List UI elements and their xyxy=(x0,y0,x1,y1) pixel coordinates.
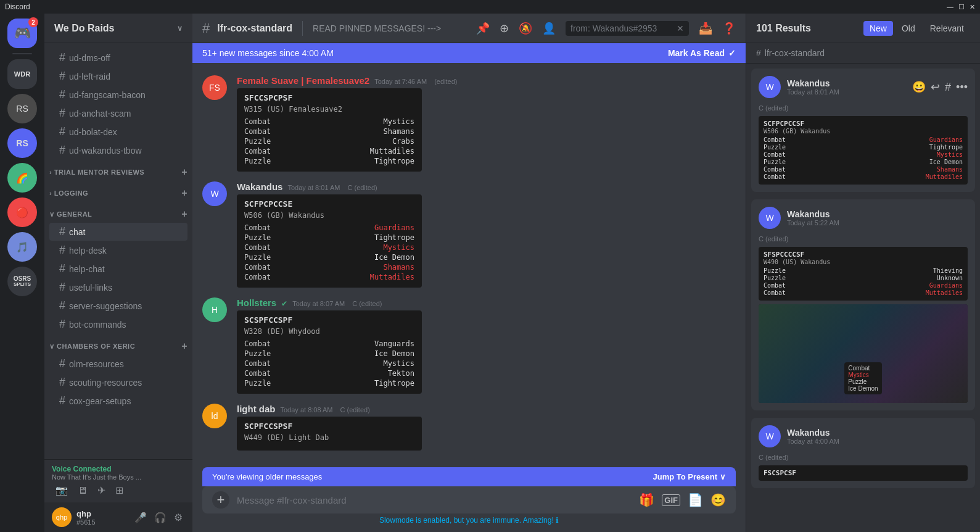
server-icon-8[interactable]: OSRS SPLITS xyxy=(7,267,37,296)
server-icon-3[interactable]: RS xyxy=(7,94,37,123)
attach-button[interactable]: + xyxy=(212,491,229,509)
avatar: ld xyxy=(202,404,227,428)
crosshair-icon[interactable]: ⊕ xyxy=(500,22,509,35)
game-card: SFCCSPCPSF W315 (US) Femalesuave2 Combat… xyxy=(237,88,422,172)
channel-topic: READ PINNED MESSAGES! ---> xyxy=(313,23,441,33)
sidebar-item-ud-bolat-dex[interactable]: # ud-bolat-dex xyxy=(49,123,187,141)
search-result: W Wakandus Today at 8:01 AM 😀 ↩ # ••• C … xyxy=(751,69,975,192)
reply-icon[interactable]: ↩ xyxy=(701,228,710,241)
reply-button[interactable]: ↩ xyxy=(931,80,940,94)
sidebar-item-bot-commands[interactable]: # bot-commands xyxy=(49,315,187,333)
deafen-button[interactable]: 🎧 xyxy=(152,510,169,525)
result-author-info: Wakandus Today at 5:22 AM xyxy=(787,209,839,227)
message-input[interactable] xyxy=(237,495,632,505)
close-search-icon[interactable]: ✕ xyxy=(677,23,684,33)
members-icon[interactable]: 👤 xyxy=(542,22,556,35)
sidebar-item-help-desk[interactable]: # help-desk xyxy=(49,241,187,259)
channel-label: lfr-cox-standard xyxy=(765,48,825,58)
mark-as-read-button[interactable]: Mark As Read ✓ xyxy=(668,48,736,58)
bookmark-icon[interactable]: # xyxy=(714,228,720,241)
server-icon-4[interactable]: RS xyxy=(7,128,37,158)
close-button[interactable]: ✕ xyxy=(970,3,975,11)
server-icon-5[interactable]: 🌈 xyxy=(7,163,37,193)
sidebar-item-ud-wakandus-tbow[interactable]: # ud-wakandus-tbow xyxy=(49,141,187,159)
more-button[interactable]: ••• xyxy=(956,80,968,94)
header-divider xyxy=(302,21,303,36)
more-icon[interactable]: ••• xyxy=(724,228,736,241)
sidebar-item-chat[interactable]: # chat xyxy=(49,223,187,241)
user-controls: 🎤 🎧 ⚙ xyxy=(132,510,185,525)
filter-old-button[interactable]: Old xyxy=(896,21,921,36)
message-timestamp: Today at 8:08 AM xyxy=(281,406,333,414)
message-author: Hollsters xyxy=(237,297,276,308)
sidebar-item-cox-gear-setups[interactable]: # cox-gear-setups xyxy=(49,392,187,410)
titlebar: Discord — ☐ ✕ xyxy=(0,0,980,14)
category-logging[interactable]: › LOGGING + xyxy=(44,185,192,201)
sidebar-item-scouting-resources[interactable]: # scouting-resources xyxy=(49,373,187,391)
server-icon-6[interactable]: 🔴 xyxy=(7,197,37,227)
hash-icon: # xyxy=(59,144,65,157)
sidebar-item-help-chat[interactable]: # help-chat xyxy=(49,260,187,278)
react-button[interactable]: 😀 xyxy=(912,80,926,94)
add-channel-icon[interactable]: + xyxy=(181,167,187,178)
sidebar-item-olm-resources[interactable]: # olm-resources xyxy=(49,355,187,373)
server-icon-discord-home[interactable]: 🎮 2 xyxy=(7,19,37,48)
hash-icon: # xyxy=(59,125,65,138)
user-tag: #5615 xyxy=(76,518,127,526)
message-edited: C (edited) xyxy=(347,184,377,191)
filter-new-button[interactable]: New xyxy=(863,21,893,36)
gif-icon[interactable]: GIF xyxy=(662,494,680,506)
jump-to-present-button[interactable]: Jump To Present ∨ xyxy=(653,472,726,481)
older-messages-bar: You're viewing older messages Jump To Pr… xyxy=(202,467,736,486)
hash-icon: # xyxy=(59,225,65,238)
add-channel-icon[interactable]: + xyxy=(181,188,187,199)
stream-button[interactable]: 🖥 xyxy=(74,483,91,497)
activity-button[interactable]: ✈ xyxy=(94,483,109,497)
sticker-icon[interactable]: 📄 xyxy=(688,493,703,507)
user-settings-button[interactable]: ⚙ xyxy=(171,510,185,525)
react-icon[interactable]: 😀 xyxy=(684,228,698,241)
result-avatar: W xyxy=(759,76,781,98)
emoji-icon[interactable]: 😊 xyxy=(710,493,726,507)
message-group: ld light dab Today at 8:08 AM C (edited)… xyxy=(192,401,746,453)
result-avatar: W xyxy=(759,425,781,447)
minimize-button[interactable]: — xyxy=(947,3,953,11)
inbox-icon[interactable]: 📥 xyxy=(699,22,712,35)
grid-button[interactable]: ⊞ xyxy=(112,483,127,497)
result-edited: C (edited) xyxy=(759,235,788,243)
sidebar-item-ud-fangscam-bacon[interactable]: # ud-fangscam-bacon xyxy=(49,86,187,104)
sidebar-item-ud-left-raid[interactable]: # ud-left-raid xyxy=(49,67,187,85)
pin-icon[interactable]: 📌 xyxy=(476,22,490,35)
server-icon-7[interactable]: 🎵 xyxy=(7,232,37,262)
maximize-button[interactable]: ☐ xyxy=(958,3,965,11)
camera-button[interactable]: 📷 xyxy=(52,483,72,497)
add-channel-icon[interactable]: + xyxy=(181,209,187,220)
add-channel-icon[interactable]: + xyxy=(181,341,187,352)
category-trial-mentor-reviews[interactable]: › TRIAL MENTOR REVIEWS + xyxy=(44,164,192,180)
category-general[interactable]: ∨ GENERAL + xyxy=(44,206,192,222)
message-group: W Wakandus Today at 8:01 AM C (edited) S… xyxy=(192,179,746,290)
sidebar-item-ud-anchat-scam[interactable]: # ud-anchat-scam xyxy=(49,104,187,122)
mute-button[interactable]: 🎤 xyxy=(132,510,149,525)
category-chambers-of-xeric[interactable]: ∨ CHAMBERS OF XERIC + xyxy=(44,338,192,354)
bell-icon[interactable]: 🔕 xyxy=(519,22,532,35)
search-box[interactable]: from: Wakandus#2953 ✕ xyxy=(566,21,689,36)
voice-connected-sub: Now That It's Just the Boys ... xyxy=(52,473,185,481)
message-text: SCPFCCSPSF W449 (DE) Light Dab xyxy=(237,417,736,451)
bookmark-button[interactable]: # xyxy=(945,80,951,94)
help-icon[interactable]: ❓ xyxy=(722,22,736,35)
sidebar-server-header[interactable]: We Do Raids ∨ xyxy=(44,14,192,43)
filter-relevant-button[interactable]: Relevant xyxy=(924,21,970,36)
notification-badge: 2 xyxy=(28,17,38,27)
user-area: qhp qhp #5615 🎤 🎧 ⚙ xyxy=(44,502,192,532)
server-icon-wdr[interactable]: WDR xyxy=(7,59,37,89)
slowmode-text: Slowmode is enabled, but you are immune.… xyxy=(379,516,554,525)
sidebar-item-useful-links[interactable]: # useful-links xyxy=(49,278,187,296)
sidebar-item-ud-dms-off[interactable]: # ud-dms-off xyxy=(49,49,187,67)
notification-text: 51+ new messages since 4:00 AM xyxy=(202,48,334,58)
result-timestamp: Today at 4:00 AM xyxy=(787,438,839,445)
game-card: SCFPCPCCSE W506 (GB) Wakandus CombatGuar… xyxy=(237,194,422,288)
right-panel-channel: # lfr-cox-standard xyxy=(746,43,980,64)
sidebar-item-server-suggestions[interactable]: # server-suggestions xyxy=(49,297,187,315)
gift-icon[interactable]: 🎁 xyxy=(639,493,654,507)
